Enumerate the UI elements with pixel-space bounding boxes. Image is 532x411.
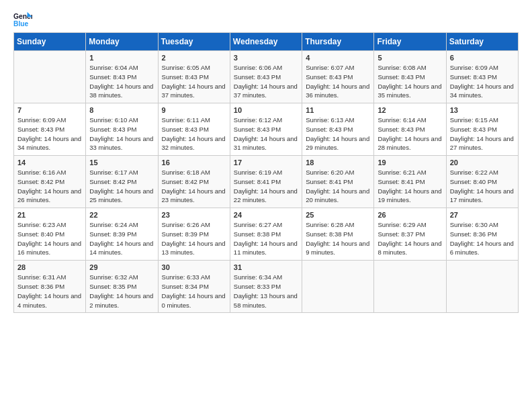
day-number: 27 (450, 211, 515, 219)
sunrise-text: Sunrise: 6:33 AMSunset: 8:34 PMDaylight:… (162, 273, 226, 308)
day-cell: 28Sunrise: 6:31 AMSunset: 8:36 PMDayligh… (14, 261, 86, 313)
day-cell: 13Sunrise: 6:15 AMSunset: 8:43 PMDayligh… (446, 103, 518, 156)
day-cell: 30Sunrise: 6:33 AMSunset: 8:34 PMDayligh… (158, 261, 230, 313)
sunrise-text: Sunrise: 6:15 AMSunset: 8:43 PMDaylight:… (450, 116, 514, 151)
svg-text:Blue: Blue (13, 20, 29, 28)
day-header-friday: Friday (374, 33, 446, 51)
day-header-tuesday: Tuesday (158, 33, 230, 51)
day-number: 29 (89, 263, 154, 271)
day-cell: 10Sunrise: 6:12 AMSunset: 8:43 PMDayligh… (230, 103, 302, 156)
day-number: 30 (162, 263, 226, 271)
sunrise-text: Sunrise: 6:19 AMSunset: 8:41 PMDaylight:… (234, 169, 298, 203)
day-cell: 3Sunrise: 6:06 AMSunset: 8:43 PMDaylight… (230, 51, 302, 103)
day-cell: 5Sunrise: 6:08 AMSunset: 8:43 PMDaylight… (374, 51, 446, 103)
sunrise-text: Sunrise: 6:24 AMSunset: 8:39 PMDaylight:… (89, 221, 153, 256)
sunrise-text: Sunrise: 6:09 AMSunset: 8:43 PMDaylight:… (450, 64, 514, 99)
sunrise-text: Sunrise: 6:12 AMSunset: 8:43 PMDaylight:… (234, 116, 298, 151)
day-cell (14, 51, 86, 103)
day-number: 28 (17, 263, 82, 271)
day-number: 15 (89, 158, 154, 167)
header: General Blue (13, 11, 519, 30)
day-number: 1 (89, 54, 154, 62)
day-number: 26 (378, 211, 442, 219)
day-number: 11 (306, 106, 370, 114)
sunrise-text: Sunrise: 6:34 AMSunset: 8:33 PMDaylight:… (234, 273, 298, 308)
logo-icon: General Blue (13, 11, 32, 30)
day-number: 12 (378, 106, 442, 114)
week-row-1: 1Sunrise: 6:04 AMSunset: 8:43 PMDaylight… (14, 51, 519, 103)
day-cell: 17Sunrise: 6:19 AMSunset: 8:41 PMDayligh… (230, 156, 302, 208)
sunrise-text: Sunrise: 6:32 AMSunset: 8:35 PMDaylight:… (89, 273, 153, 308)
day-cell: 22Sunrise: 6:24 AMSunset: 8:39 PMDayligh… (86, 208, 158, 261)
calendar-table: SundayMondayTuesdayWednesdayThursdayFrid… (13, 32, 519, 313)
day-cell: 8Sunrise: 6:10 AMSunset: 8:43 PMDaylight… (86, 103, 158, 156)
day-cell: 19Sunrise: 6:21 AMSunset: 8:41 PMDayligh… (374, 156, 446, 208)
sunrise-text: Sunrise: 6:13 AMSunset: 8:43 PMDaylight:… (306, 116, 369, 151)
day-cell: 11Sunrise: 6:13 AMSunset: 8:43 PMDayligh… (302, 103, 374, 156)
day-cell (302, 261, 374, 313)
day-cell: 26Sunrise: 6:29 AMSunset: 8:37 PMDayligh… (374, 208, 446, 261)
day-header-thursday: Thursday (302, 33, 374, 51)
day-cell: 14Sunrise: 6:16 AMSunset: 8:42 PMDayligh… (14, 156, 86, 208)
day-number: 18 (306, 158, 370, 167)
page-container: General Blue SundayMondayTuesdayWednesda… (0, 0, 532, 320)
day-cell: 7Sunrise: 6:09 AMSunset: 8:43 PMDaylight… (14, 103, 86, 156)
day-cell: 29Sunrise: 6:32 AMSunset: 8:35 PMDayligh… (86, 261, 158, 313)
day-cell (446, 261, 518, 313)
day-number: 23 (162, 211, 226, 219)
sunrise-text: Sunrise: 6:09 AMSunset: 8:43 PMDaylight:… (17, 116, 81, 151)
day-number: 19 (378, 158, 442, 167)
sunrise-text: Sunrise: 6:10 AMSunset: 8:43 PMDaylight:… (89, 116, 153, 151)
day-cell: 25Sunrise: 6:28 AMSunset: 8:38 PMDayligh… (302, 208, 374, 261)
sunrise-text: Sunrise: 6:27 AMSunset: 8:38 PMDaylight:… (234, 221, 298, 256)
day-number: 13 (450, 106, 515, 114)
sunrise-text: Sunrise: 6:08 AMSunset: 8:43 PMDaylight:… (378, 64, 441, 99)
day-number: 7 (17, 106, 82, 114)
day-cell: 20Sunrise: 6:22 AMSunset: 8:40 PMDayligh… (446, 156, 518, 208)
day-number: 9 (162, 106, 226, 114)
sunrise-text: Sunrise: 6:30 AMSunset: 8:36 PMDaylight:… (450, 221, 514, 256)
day-header-wednesday: Wednesday (230, 33, 302, 51)
day-cell: 31Sunrise: 6:34 AMSunset: 8:33 PMDayligh… (230, 261, 302, 313)
day-number: 3 (234, 54, 298, 62)
day-cell: 16Sunrise: 6:18 AMSunset: 8:42 PMDayligh… (158, 156, 230, 208)
day-cell: 24Sunrise: 6:27 AMSunset: 8:38 PMDayligh… (230, 208, 302, 261)
sunrise-text: Sunrise: 6:05 AMSunset: 8:43 PMDaylight:… (162, 64, 226, 99)
sunrise-text: Sunrise: 6:31 AMSunset: 8:36 PMDaylight:… (17, 273, 81, 308)
sunrise-text: Sunrise: 6:18 AMSunset: 8:42 PMDaylight:… (162, 169, 226, 203)
day-cell: 15Sunrise: 6:17 AMSunset: 8:42 PMDayligh… (86, 156, 158, 208)
day-number: 4 (306, 54, 370, 62)
day-header-sunday: Sunday (14, 33, 86, 51)
day-number: 8 (89, 106, 154, 114)
sunrise-text: Sunrise: 6:20 AMSunset: 8:41 PMDaylight:… (306, 169, 369, 203)
sunrise-text: Sunrise: 6:22 AMSunset: 8:40 PMDaylight:… (450, 169, 514, 203)
day-cell: 21Sunrise: 6:23 AMSunset: 8:40 PMDayligh… (14, 208, 86, 261)
sunrise-text: Sunrise: 6:11 AMSunset: 8:43 PMDaylight:… (162, 116, 226, 151)
day-cell: 23Sunrise: 6:26 AMSunset: 8:39 PMDayligh… (158, 208, 230, 261)
sunrise-text: Sunrise: 6:23 AMSunset: 8:40 PMDaylight:… (17, 221, 81, 256)
day-number: 22 (89, 211, 154, 219)
day-cell: 12Sunrise: 6:14 AMSunset: 8:43 PMDayligh… (374, 103, 446, 156)
day-cell (374, 261, 446, 313)
week-row-5: 28Sunrise: 6:31 AMSunset: 8:36 PMDayligh… (14, 261, 519, 313)
day-number: 25 (306, 211, 370, 219)
day-number: 2 (162, 54, 226, 62)
sunrise-text: Sunrise: 6:21 AMSunset: 8:41 PMDaylight:… (378, 169, 441, 203)
sunrise-text: Sunrise: 6:04 AMSunset: 8:43 PMDaylight:… (89, 64, 153, 99)
sunrise-text: Sunrise: 6:29 AMSunset: 8:37 PMDaylight:… (378, 221, 441, 256)
week-row-3: 14Sunrise: 6:16 AMSunset: 8:42 PMDayligh… (14, 156, 519, 208)
logo: General Blue (13, 11, 32, 30)
sunrise-text: Sunrise: 6:14 AMSunset: 8:43 PMDaylight:… (378, 116, 441, 151)
day-cell: 1Sunrise: 6:04 AMSunset: 8:43 PMDaylight… (86, 51, 158, 103)
day-cell: 2Sunrise: 6:05 AMSunset: 8:43 PMDaylight… (158, 51, 230, 103)
day-cell: 18Sunrise: 6:20 AMSunset: 8:41 PMDayligh… (302, 156, 374, 208)
day-number: 10 (234, 106, 298, 114)
sunrise-text: Sunrise: 6:17 AMSunset: 8:42 PMDaylight:… (89, 169, 153, 203)
day-header-saturday: Saturday (446, 33, 518, 51)
sunrise-text: Sunrise: 6:16 AMSunset: 8:42 PMDaylight:… (17, 169, 81, 203)
sunrise-text: Sunrise: 6:26 AMSunset: 8:39 PMDaylight:… (162, 221, 226, 256)
week-row-4: 21Sunrise: 6:23 AMSunset: 8:40 PMDayligh… (14, 208, 519, 261)
day-number: 20 (450, 158, 515, 167)
day-number: 21 (17, 211, 82, 219)
week-row-2: 7Sunrise: 6:09 AMSunset: 8:43 PMDaylight… (14, 103, 519, 156)
